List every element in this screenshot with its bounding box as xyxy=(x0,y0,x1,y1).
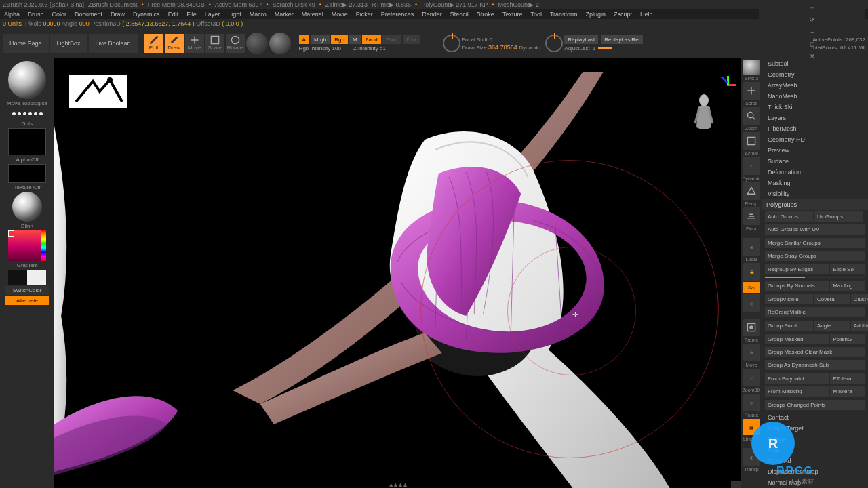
menu-light[interactable]: Light xyxy=(224,11,245,18)
mesh-preview-icon[interactable] xyxy=(743,60,760,75)
actual-icon[interactable] xyxy=(743,132,760,150)
menu-movie[interactable]: Movie xyxy=(328,11,352,18)
menu-help[interactable]: Help xyxy=(636,11,657,18)
group-masked-button[interactable]: Group Masked xyxy=(765,334,829,344)
covera-button[interactable]: Covera xyxy=(814,294,850,304)
replay-last-button[interactable]: ReplayLast xyxy=(564,35,598,44)
panel-header-visibility[interactable]: Visibility xyxy=(762,188,868,199)
clust-0--button[interactable]: Clust 0. xyxy=(851,294,868,304)
from-masking-button[interactable]: From Masking xyxy=(765,386,829,396)
viewport[interactable]: ✛ ▲▲▲▲ xyxy=(54,58,741,488)
panel-header-normal-map[interactable]: Normal Map xyxy=(762,477,868,488)
panel-header-polypa[interactable]: Polypa xyxy=(762,434,868,445)
a-chip[interactable]: A xyxy=(299,35,309,44)
reset-layout-icon[interactable]: ⟳ xyxy=(808,16,816,24)
menu-alpha[interactable]: Alpha xyxy=(0,11,24,18)
menu-file[interactable]: File xyxy=(182,11,201,18)
rotate-icon[interactable]: ⟳ xyxy=(743,394,760,411)
local-icon[interactable]: ⊕ xyxy=(743,238,760,256)
menu-tool[interactable]: Tool xyxy=(526,11,546,18)
panel-header-layers[interactable]: Layers xyxy=(762,113,868,123)
transp-icon[interactable]: ◐ xyxy=(743,448,760,466)
panel-header-preview[interactable]: Preview xyxy=(762,145,868,156)
panel-header-xturn-ad[interactable]: Xturn Ad xyxy=(762,455,868,466)
merge-similar-groups-button[interactable]: Merge Similar Groups xyxy=(765,238,865,248)
menu-stroke[interactable]: Stroke xyxy=(473,11,498,18)
shader-preview-icon[interactable] xyxy=(269,33,291,54)
floor-icon[interactable] xyxy=(743,207,760,225)
panel-header-displacement-map[interactable]: Displacement Map xyxy=(762,466,868,477)
scale-mode-button[interactable]: Scale xyxy=(205,34,224,53)
rotate-mode-button[interactable]: Rotate xyxy=(226,34,245,53)
viewport-thumbnail[interactable] xyxy=(69,75,127,108)
panel-header-morph-target[interactable]: Morph Target xyxy=(762,423,868,434)
menu-stencil[interactable]: Stencil xyxy=(446,11,473,18)
dynamic-label[interactable]: Dynamic xyxy=(519,45,540,51)
persp-icon[interactable] xyxy=(743,182,760,200)
mtolera-button[interactable]: MTolera xyxy=(830,386,865,396)
menu-edit[interactable]: Edit xyxy=(164,11,183,18)
collapse-icon[interactable]: ↔ xyxy=(808,3,816,12)
color-swatch-pair[interactable] xyxy=(8,270,46,285)
panel-header-subtool[interactable]: Subtool xyxy=(762,58,868,69)
frame-icon[interactable] xyxy=(743,319,760,336)
switch-color-button[interactable]: SwitchColor xyxy=(5,286,49,295)
panel-header-contact[interactable]: Contact xyxy=(762,412,868,423)
material-thumbnail[interactable] xyxy=(12,192,42,222)
group-front-button[interactable]: Group Front xyxy=(765,321,813,331)
ptolera-button[interactable]: PTolera xyxy=(830,373,865,384)
edge-so-button[interactable]: Edge So xyxy=(830,264,865,274)
menu-draw[interactable]: Draw xyxy=(106,11,129,18)
auto-groups-with-uv-button[interactable]: Auto Groups With UV xyxy=(765,224,865,235)
menu-preferences[interactable]: Preferences xyxy=(377,11,418,18)
menu-material[interactable]: Material xyxy=(298,11,328,18)
xyz-button[interactable]: Xyz xyxy=(743,282,760,293)
menu-picker[interactable]: Picker xyxy=(352,11,377,18)
panel-header-masking[interactable]: Masking xyxy=(762,178,868,188)
zsub-chip[interactable]: Zsub xyxy=(382,35,401,44)
lightbox-button[interactable]: LightBox xyxy=(50,34,87,53)
panel-header-map[interactable]: Map xyxy=(762,445,868,455)
polygroups-section[interactable]: Polygroups xyxy=(762,199,868,210)
regroup-by-edges-button[interactable]: Regroup By Edges xyxy=(765,264,829,274)
axis-gizmo[interactable] xyxy=(719,76,736,94)
live-boolean-button[interactable]: Live Boolean xyxy=(89,34,138,53)
menu-texture[interactable]: Texture xyxy=(498,11,527,18)
dynamic-icon[interactable]: ≡ xyxy=(743,157,760,175)
texture-thumbnail[interactable] xyxy=(8,164,46,183)
focal-shift-value[interactable]: 0 xyxy=(489,37,492,43)
group-as-dynamesh-sub-button[interactable]: Group As Dynamesh Sub xyxy=(765,360,865,370)
brush-thumbnail[interactable] xyxy=(8,61,46,99)
move-icon[interactable]: ✥ xyxy=(743,344,760,361)
tray-handle-icon[interactable]: ▲▲▲▲ xyxy=(388,481,407,488)
lock-icon[interactable]: 🔒 xyxy=(743,263,760,281)
menu-marker[interactable]: Marker xyxy=(271,11,298,18)
auto-groups-button[interactable]: Auto Groups xyxy=(765,211,813,222)
menu-color[interactable]: Color xyxy=(48,11,71,18)
zadd-chip[interactable]: Zadd xyxy=(362,35,381,44)
from-polypaint-button[interactable]: From Polypaint xyxy=(765,373,829,384)
merge-stray-groups-button[interactable]: Merge Stray Groups xyxy=(765,251,865,261)
menu-zplugin[interactable]: Zplugin xyxy=(582,11,610,18)
spix-label[interactable]: SPix 3 xyxy=(745,76,758,81)
panel-header-arraymesh[interactable]: ArrayMesh xyxy=(762,80,868,91)
viewport-scroll-corner[interactable] xyxy=(731,481,741,488)
menu-document[interactable]: Document xyxy=(71,11,106,18)
adjust-last-value[interactable]: 1 xyxy=(593,45,595,52)
material-preview-icon[interactable] xyxy=(246,33,268,54)
menu-dynamics[interactable]: Dynamics xyxy=(129,11,164,18)
panel-header-geometry[interactable]: Geometry xyxy=(762,69,868,80)
uv-groups-button[interactable]: Uv Groups xyxy=(814,211,863,222)
menu-brush[interactable]: Brush xyxy=(24,11,48,18)
panel-header-fibermesh[interactable]: FiberMesh xyxy=(762,123,868,134)
angle-button[interactable]: Angle xyxy=(814,321,850,331)
minimize-icon[interactable]: – xyxy=(808,28,816,36)
maxang-button[interactable]: MaxAng xyxy=(830,281,865,291)
rgb-intensity-value[interactable]: 100 xyxy=(332,45,341,52)
edit-mode-button[interactable]: Edit xyxy=(144,34,163,53)
panel-header-deformation[interactable]: Deformation xyxy=(762,167,868,178)
panel-header-nanomesh[interactable]: NanoMesh xyxy=(762,91,868,102)
scroll-icon[interactable] xyxy=(743,82,760,100)
z-intensity-value[interactable]: 51 xyxy=(380,45,386,52)
additiv-button[interactable]: Additiv xyxy=(851,321,868,331)
